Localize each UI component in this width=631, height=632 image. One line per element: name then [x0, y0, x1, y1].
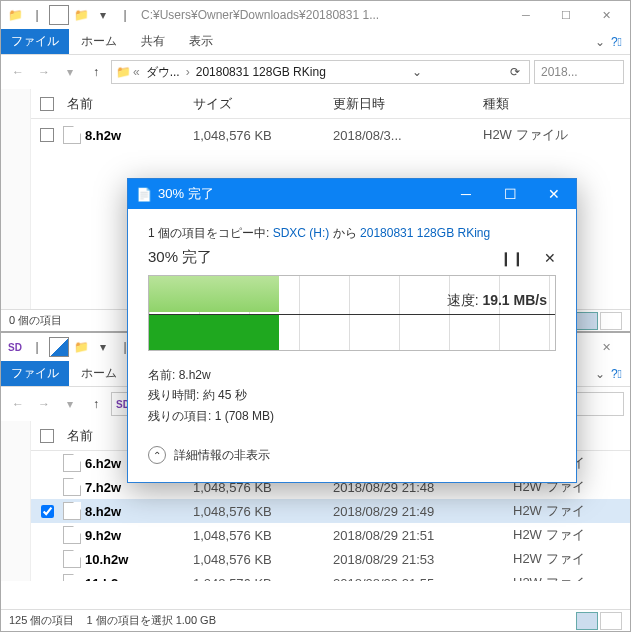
file-size: 1,048,576 KB [193, 576, 333, 582]
help-icon[interactable]: ?⃝ [611, 367, 622, 381]
folder-icon: 📁 [5, 5, 25, 25]
dialog-minimize-button[interactable]: ─ [444, 179, 488, 209]
minimize-button[interactable]: ─ [506, 1, 546, 29]
copy-dest-link[interactable]: 20180831 128GB RKing [360, 226, 490, 240]
qa-checkbox[interactable] [49, 5, 69, 25]
copy-details: 名前: 8.h2w 残り時間: 約 45 秒 残りの項目: 1 (708 MB) [148, 365, 556, 426]
nav-pane[interactable] [1, 421, 31, 581]
speed-graph: 速度: 19.1 MB/s [148, 275, 556, 351]
tab-home[interactable]: ホーム [69, 361, 129, 386]
row-checkbox[interactable] [40, 128, 54, 142]
detail-time-label: 残り時間: [148, 388, 199, 402]
file-icon [63, 454, 81, 472]
back-button[interactable]: ← [7, 393, 29, 415]
dialog-titlebar[interactable]: 📄 30% 完了 ─ ☐ ✕ [128, 179, 576, 209]
copy-source-link[interactable]: SDXC (H:) [273, 226, 330, 240]
file-date: 2018/08/29 21:53 [333, 552, 513, 567]
addr-dropdown-icon[interactable]: ⌄ [407, 65, 427, 79]
col-name[interactable]: 名前 [63, 95, 193, 113]
file-row[interactable]: 10.h2w1,048,576 KB2018/08/29 21:53H2W ファ… [31, 547, 630, 571]
addr-seg-2[interactable]: 20180831 128GB RKing [192, 65, 330, 79]
addr-seg-1[interactable]: ダウ... [142, 64, 184, 81]
address-bar[interactable]: 📁 « ダウ... › 20180831 128GB RKing ⌄ ⟳ [111, 60, 530, 84]
file-date: 2018/08/29 21:51 [333, 528, 513, 543]
titlebar[interactable]: 📁 | 📁 ▾ | C:¥Users¥Owner¥Downloads¥20180… [1, 1, 630, 29]
tab-view[interactable]: 表示 [177, 29, 225, 54]
col-type[interactable]: 種類 [483, 95, 630, 113]
up-button[interactable]: ↑ [85, 61, 107, 83]
details-toggle[interactable]: ⌃ 詳細情報の非表示 [148, 442, 556, 464]
file-type: H2W ファイ [513, 550, 630, 568]
file-icon [63, 550, 81, 568]
cancel-button[interactable]: ✕ [544, 250, 556, 266]
file-size: 1,048,576 KB [193, 552, 333, 567]
addr-sep[interactable]: « [133, 65, 140, 79]
close-button[interactable]: ✕ [586, 1, 626, 29]
detail-remain-label: 残りの項目: [148, 409, 211, 423]
select-all-checkbox[interactable] [40, 429, 54, 443]
status-selection: 1 個の項目を選択 1.00 GB [86, 613, 216, 628]
detail-name-value: 8.h2w [179, 368, 211, 382]
nav-pane[interactable] [1, 89, 31, 311]
view-thumbs-button[interactable] [600, 612, 622, 630]
recent-menu[interactable]: ▾ [59, 61, 81, 83]
dialog-close-button[interactable]: ✕ [532, 179, 576, 209]
progress-text: 30% 完了 [148, 248, 212, 267]
view-details-button[interactable] [576, 612, 598, 630]
file-type: H2W ファイ [513, 574, 630, 581]
chevron-up-icon: ⌃ [148, 446, 166, 464]
maximize-button[interactable]: ☐ [546, 1, 586, 29]
help-icon[interactable]: ?⃝ [611, 35, 622, 49]
view-thumbs-button[interactable] [600, 312, 622, 330]
close-button[interactable]: ✕ [586, 333, 626, 361]
forward-button[interactable]: → [33, 393, 55, 415]
detail-name-label: 名前: [148, 368, 175, 382]
file-name: 7.h2w [85, 480, 121, 495]
qa-menu-icon[interactable]: ▾ [93, 337, 113, 357]
select-all-checkbox[interactable] [40, 97, 54, 111]
file-size: 1,048,576 KB [193, 528, 333, 543]
pause-button[interactable]: ❙❙ [500, 250, 524, 266]
file-name: 8.h2w [85, 128, 121, 143]
addr-chevron-icon[interactable]: › [186, 65, 190, 79]
speed-label: 速度: 19.1 MB/s [447, 292, 547, 310]
refresh-button[interactable]: ⟳ [505, 65, 525, 79]
file-icon [63, 126, 81, 144]
qa-checkbox[interactable] [49, 337, 69, 357]
recent-menu[interactable]: ▾ [59, 393, 81, 415]
col-size[interactable]: サイズ [193, 95, 333, 113]
forward-button[interactable]: → [33, 61, 55, 83]
file-icon [63, 478, 81, 496]
search-box[interactable]: 2018... [534, 60, 624, 84]
view-details-button[interactable] [576, 312, 598, 330]
tab-home[interactable]: ホーム [69, 29, 129, 54]
addr-folder-icon: 📁 [116, 65, 131, 79]
dialog-maximize-button[interactable]: ☐ [488, 179, 532, 209]
file-row[interactable]: 9.h2w1,048,576 KB2018/08/29 21:51H2W ファイ [31, 523, 630, 547]
qa-menu-icon[interactable]: ▾ [93, 5, 113, 25]
file-row[interactable]: 8.h2w1,048,576 KB2018/08/29 21:49H2W ファイ [31, 499, 630, 523]
col-date[interactable]: 更新日時 [333, 95, 483, 113]
detail-remain-value: 1 (708 MB) [215, 409, 274, 423]
file-name: 11.h2w [85, 576, 128, 582]
row-checkbox[interactable] [41, 505, 54, 518]
copy-description: 1 個の項目をコピー中: SDXC (H:) から 20180831 128GB… [148, 225, 556, 242]
file-row[interactable]: 11.h2w1,048,576 KB2018/08/29 21:55H2W ファ… [31, 571, 630, 581]
nav-row: ← → ▾ ↑ 📁 « ダウ... › 20180831 128GB RKing… [1, 55, 630, 89]
file-row[interactable]: 8.h2w 1,048,576 KB 2018/08/3... H2W ファイル [31, 119, 630, 151]
up-button[interactable]: ↑ [85, 393, 107, 415]
tab-file[interactable]: ファイル [1, 29, 69, 54]
column-headers[interactable]: 名前 サイズ 更新日時 種類 [31, 89, 630, 119]
file-icon [63, 526, 81, 544]
file-size: 1,048,576 KB [193, 128, 333, 143]
file-type: H2W ファイル [483, 126, 630, 144]
qa-sep2: | [115, 5, 135, 25]
back-button[interactable]: ← [7, 61, 29, 83]
tab-share[interactable]: 共有 [129, 29, 177, 54]
tab-file[interactable]: ファイル [1, 361, 69, 386]
expand-ribbon-icon[interactable]: ⌄ [595, 367, 605, 381]
file-name: 10.h2w [85, 552, 128, 567]
file-size: 1,048,576 KB [193, 504, 333, 519]
expand-ribbon-icon[interactable]: ⌄ [595, 35, 605, 49]
file-date: 2018/08/3... [333, 128, 483, 143]
